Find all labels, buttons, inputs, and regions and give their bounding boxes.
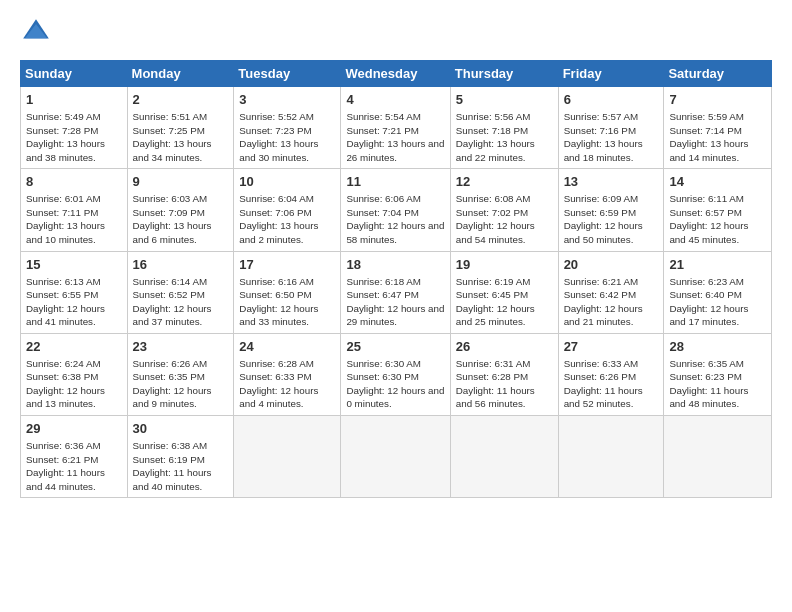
calendar-day-cell: 27Sunrise: 6:33 AM Sunset: 6:26 PM Dayli… (558, 333, 664, 415)
day-info: Sunrise: 6:19 AM Sunset: 6:45 PM Dayligh… (456, 275, 553, 329)
calendar-day-cell: 9Sunrise: 6:03 AM Sunset: 7:09 PM Daylig… (127, 169, 234, 251)
day-info: Sunrise: 6:33 AM Sunset: 6:26 PM Dayligh… (564, 357, 659, 411)
calendar-day-cell: 12Sunrise: 6:08 AM Sunset: 7:02 PM Dayli… (450, 169, 558, 251)
calendar-day-cell: 23Sunrise: 6:26 AM Sunset: 6:35 PM Dayli… (127, 333, 234, 415)
calendar-day-cell (558, 416, 664, 498)
calendar-day-header: Monday (127, 61, 234, 87)
day-number: 11 (346, 173, 444, 191)
day-info: Sunrise: 6:14 AM Sunset: 6:52 PM Dayligh… (133, 275, 229, 329)
calendar-day-cell: 21Sunrise: 6:23 AM Sunset: 6:40 PM Dayli… (664, 251, 772, 333)
day-info: Sunrise: 6:38 AM Sunset: 6:19 PM Dayligh… (133, 439, 229, 493)
day-number: 22 (26, 338, 122, 356)
day-number: 17 (239, 256, 335, 274)
calendar-day-header: Tuesday (234, 61, 341, 87)
page-container: SundayMondayTuesdayWednesdayThursdayFrid… (0, 0, 792, 508)
day-number: 5 (456, 91, 553, 109)
page-header (20, 16, 772, 48)
day-info: Sunrise: 6:01 AM Sunset: 7:11 PM Dayligh… (26, 192, 122, 246)
calendar-week-row: 22Sunrise: 6:24 AM Sunset: 6:38 PM Dayli… (21, 333, 772, 415)
day-number: 21 (669, 256, 766, 274)
day-number: 28 (669, 338, 766, 356)
day-number: 19 (456, 256, 553, 274)
calendar-day-cell (450, 416, 558, 498)
calendar-week-row: 15Sunrise: 6:13 AM Sunset: 6:55 PM Dayli… (21, 251, 772, 333)
calendar-day-cell: 7Sunrise: 5:59 AM Sunset: 7:14 PM Daylig… (664, 87, 772, 169)
day-info: Sunrise: 6:26 AM Sunset: 6:35 PM Dayligh… (133, 357, 229, 411)
calendar-week-row: 29Sunrise: 6:36 AM Sunset: 6:21 PM Dayli… (21, 416, 772, 498)
day-number: 23 (133, 338, 229, 356)
day-info: Sunrise: 5:51 AM Sunset: 7:25 PM Dayligh… (133, 110, 229, 164)
calendar-day-cell: 16Sunrise: 6:14 AM Sunset: 6:52 PM Dayli… (127, 251, 234, 333)
day-info: Sunrise: 5:54 AM Sunset: 7:21 PM Dayligh… (346, 110, 444, 164)
calendar-day-cell: 17Sunrise: 6:16 AM Sunset: 6:50 PM Dayli… (234, 251, 341, 333)
logo-icon (20, 16, 52, 48)
calendar-header-row: SundayMondayTuesdayWednesdayThursdayFrid… (21, 61, 772, 87)
calendar-week-row: 8Sunrise: 6:01 AM Sunset: 7:11 PM Daylig… (21, 169, 772, 251)
day-number: 12 (456, 173, 553, 191)
day-info: Sunrise: 5:57 AM Sunset: 7:16 PM Dayligh… (564, 110, 659, 164)
calendar-day-header: Friday (558, 61, 664, 87)
day-info: Sunrise: 6:36 AM Sunset: 6:21 PM Dayligh… (26, 439, 122, 493)
calendar-day-cell (234, 416, 341, 498)
day-info: Sunrise: 6:13 AM Sunset: 6:55 PM Dayligh… (26, 275, 122, 329)
calendar-day-cell: 30Sunrise: 6:38 AM Sunset: 6:19 PM Dayli… (127, 416, 234, 498)
day-info: Sunrise: 5:56 AM Sunset: 7:18 PM Dayligh… (456, 110, 553, 164)
day-info: Sunrise: 6:30 AM Sunset: 6:30 PM Dayligh… (346, 357, 444, 411)
day-info: Sunrise: 6:16 AM Sunset: 6:50 PM Dayligh… (239, 275, 335, 329)
day-number: 7 (669, 91, 766, 109)
calendar-day-header: Wednesday (341, 61, 450, 87)
day-number: 1 (26, 91, 122, 109)
calendar-day-cell: 18Sunrise: 6:18 AM Sunset: 6:47 PM Dayli… (341, 251, 450, 333)
day-number: 25 (346, 338, 444, 356)
day-info: Sunrise: 6:03 AM Sunset: 7:09 PM Dayligh… (133, 192, 229, 246)
day-info: Sunrise: 6:09 AM Sunset: 6:59 PM Dayligh… (564, 192, 659, 246)
calendar-day-cell: 28Sunrise: 6:35 AM Sunset: 6:23 PM Dayli… (664, 333, 772, 415)
day-info: Sunrise: 6:35 AM Sunset: 6:23 PM Dayligh… (669, 357, 766, 411)
calendar-day-cell: 1Sunrise: 5:49 AM Sunset: 7:28 PM Daylig… (21, 87, 128, 169)
calendar-day-cell: 2Sunrise: 5:51 AM Sunset: 7:25 PM Daylig… (127, 87, 234, 169)
day-number: 8 (26, 173, 122, 191)
day-number: 26 (456, 338, 553, 356)
day-info: Sunrise: 5:52 AM Sunset: 7:23 PM Dayligh… (239, 110, 335, 164)
day-number: 3 (239, 91, 335, 109)
calendar-day-cell: 6Sunrise: 5:57 AM Sunset: 7:16 PM Daylig… (558, 87, 664, 169)
calendar-day-cell: 4Sunrise: 5:54 AM Sunset: 7:21 PM Daylig… (341, 87, 450, 169)
calendar-day-cell: 15Sunrise: 6:13 AM Sunset: 6:55 PM Dayli… (21, 251, 128, 333)
day-info: Sunrise: 6:24 AM Sunset: 6:38 PM Dayligh… (26, 357, 122, 411)
calendar-day-cell: 10Sunrise: 6:04 AM Sunset: 7:06 PM Dayli… (234, 169, 341, 251)
calendar-day-cell: 8Sunrise: 6:01 AM Sunset: 7:11 PM Daylig… (21, 169, 128, 251)
day-info: Sunrise: 6:28 AM Sunset: 6:33 PM Dayligh… (239, 357, 335, 411)
day-info: Sunrise: 5:59 AM Sunset: 7:14 PM Dayligh… (669, 110, 766, 164)
calendar-day-cell: 3Sunrise: 5:52 AM Sunset: 7:23 PM Daylig… (234, 87, 341, 169)
day-info: Sunrise: 6:06 AM Sunset: 7:04 PM Dayligh… (346, 192, 444, 246)
day-number: 16 (133, 256, 229, 274)
day-info: Sunrise: 6:18 AM Sunset: 6:47 PM Dayligh… (346, 275, 444, 329)
calendar-day-header: Sunday (21, 61, 128, 87)
calendar-day-cell: 25Sunrise: 6:30 AM Sunset: 6:30 PM Dayli… (341, 333, 450, 415)
day-info: Sunrise: 6:08 AM Sunset: 7:02 PM Dayligh… (456, 192, 553, 246)
calendar-day-cell (664, 416, 772, 498)
day-info: Sunrise: 6:21 AM Sunset: 6:42 PM Dayligh… (564, 275, 659, 329)
calendar-week-row: 1Sunrise: 5:49 AM Sunset: 7:28 PM Daylig… (21, 87, 772, 169)
calendar-day-cell: 13Sunrise: 6:09 AM Sunset: 6:59 PM Dayli… (558, 169, 664, 251)
day-number: 4 (346, 91, 444, 109)
day-number: 27 (564, 338, 659, 356)
day-info: Sunrise: 5:49 AM Sunset: 7:28 PM Dayligh… (26, 110, 122, 164)
calendar-day-cell: 20Sunrise: 6:21 AM Sunset: 6:42 PM Dayli… (558, 251, 664, 333)
calendar-day-cell: 11Sunrise: 6:06 AM Sunset: 7:04 PM Dayli… (341, 169, 450, 251)
day-number: 15 (26, 256, 122, 274)
day-number: 20 (564, 256, 659, 274)
calendar-table: SundayMondayTuesdayWednesdayThursdayFrid… (20, 60, 772, 498)
calendar-day-cell: 26Sunrise: 6:31 AM Sunset: 6:28 PM Dayli… (450, 333, 558, 415)
day-number: 2 (133, 91, 229, 109)
calendar-day-header: Saturday (664, 61, 772, 87)
day-number: 29 (26, 420, 122, 438)
calendar-day-cell: 5Sunrise: 5:56 AM Sunset: 7:18 PM Daylig… (450, 87, 558, 169)
calendar-day-cell: 19Sunrise: 6:19 AM Sunset: 6:45 PM Dayli… (450, 251, 558, 333)
calendar-day-cell: 29Sunrise: 6:36 AM Sunset: 6:21 PM Dayli… (21, 416, 128, 498)
calendar-day-cell: 14Sunrise: 6:11 AM Sunset: 6:57 PM Dayli… (664, 169, 772, 251)
calendar-day-cell (341, 416, 450, 498)
day-info: Sunrise: 6:11 AM Sunset: 6:57 PM Dayligh… (669, 192, 766, 246)
day-number: 24 (239, 338, 335, 356)
day-number: 10 (239, 173, 335, 191)
